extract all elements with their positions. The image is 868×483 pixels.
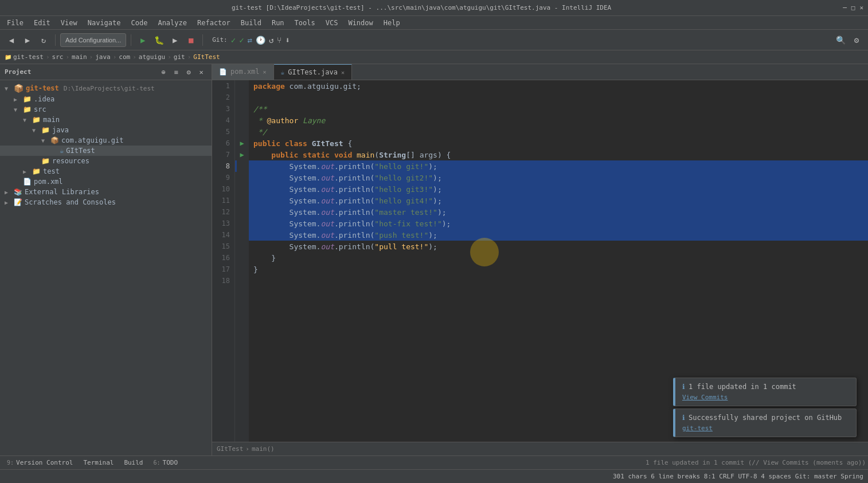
menu-analyze[interactable]: Analyze [153,18,191,28]
footer-note: 1 file updated in 1 commit (// View Comm… [646,459,866,466]
tree-label-resources: resources [52,157,89,165]
add-configuration-button[interactable]: Add Configuration... [60,33,126,47]
breadcrumb-atguigu-label: atguigu [139,53,165,61]
git-check-icon[interactable]: ✓ [231,36,236,45]
gittest-java-icon: ☕ [281,69,285,76]
git-pull-icon[interactable]: ⬇ [285,36,290,45]
line-num-12: 12 [212,206,234,218]
sidebar-item-pom[interactable]: ▶ 📄 pom.xml [0,176,212,187]
sidebar-item-resources[interactable]: ▶ 📁 resources [0,156,212,166]
notif-2-link[interactable]: git-test [682,425,713,432]
breadcrumb-java-label: java [95,53,111,61]
notif-1-link[interactable]: View Commits [682,394,728,401]
menu-navigate[interactable]: Navigate [83,18,126,28]
breadcrumb-src[interactable]: src [52,53,64,61]
src-folder-icon: 📁 [23,105,32,113]
version-control-tab[interactable]: 9: Version Control [2,458,77,468]
notif-1-title: ℹ 1 file updated in 1 commit [682,383,849,391]
breadcrumb-main-label: main [72,53,87,61]
menu-refactor[interactable]: Refactor [193,18,235,28]
menu-vcs[interactable]: VCS [321,18,343,28]
window-maximize[interactable]: □ [851,4,855,11]
window-close[interactable]: ✕ [859,4,863,11]
toolbar-search[interactable]: 🔍 [834,33,847,47]
menu-bar: File Edit View Navigate Code Analyze Ref… [0,16,868,30]
toolbar-run-with-coverage[interactable]: ▶ [168,33,182,47]
menu-run[interactable]: Run [267,18,289,28]
code-line-18 [249,275,868,286]
gutter-4 [235,115,249,126]
code-line-12: System. out .println( "master test!" ); [249,206,868,218]
tree-arrow-java: ▼ [32,127,39,133]
sidebar-item-git-test[interactable]: ▼ 📦 git-test D:\IdeaProjects\git-test [0,83,212,94]
breadcrumb-gittest[interactable]: GItTest [193,53,220,61]
gutter-16 [235,252,249,264]
sidebar-item-src[interactable]: ▼ 📁 src [0,104,212,115]
tab-pom-xml[interactable]: 📄 pom.xml ✕ [212,64,274,80]
menu-window[interactable]: Window [343,18,377,28]
sidebar-item-external-libs[interactable]: ▶ 📚 External Libraries [0,187,212,197]
sidebar-item-idea[interactable]: ▶ 📁 .idea [0,94,212,104]
sidebar-item-test[interactable]: ▶ 📁 test [0,166,212,176]
tab-gittest-close[interactable]: ✕ [341,69,345,76]
todo-tab[interactable]: 6: TODO [149,458,183,468]
build-label: Build [124,459,143,466]
sidebar-settings-btn[interactable]: ⚙ [183,66,194,78]
sidebar-locate-btn[interactable]: ⊕ [158,66,169,78]
git-clock-icon[interactable]: 🕐 [256,36,265,45]
notifications-panel: ℹ 1 file updated in 1 commit View Commit… [673,378,857,437]
line-num-9: 9 [212,172,234,183]
code-line-4: * @author Layne [249,115,868,126]
breadcrumb-java[interactable]: java [95,53,111,61]
git-sync-icon[interactable]: ⇄ [248,36,252,45]
toolbar-back[interactable]: ◀ [5,33,18,47]
terminal-tab[interactable]: Terminal [79,458,118,468]
menu-help[interactable]: Help [379,18,405,28]
sidebar-item-package[interactable]: ▼ 📦 com.atguigu.git [0,135,212,146]
gutter-3 [235,103,249,115]
tab-pom-close[interactable]: ✕ [263,69,267,75]
toolbar-stop[interactable]: ■ [184,33,198,47]
build-tab[interactable]: Build [119,458,147,468]
sidebar-item-gittest-file[interactable]: ▶ ☕ GItTest [0,146,212,156]
line-numbers: 1 2 3 4 5 6 7 8 9 10 11 12 13 14 15 16 1 [212,80,235,442]
toolbar-run[interactable]: ▶ [136,33,150,47]
toolbar-refresh[interactable]: ↻ [37,33,50,47]
git-branch-icon[interactable]: ⑂ [277,36,281,45]
breadcrumb-atguigu[interactable]: atguigu [139,53,165,61]
gutter-6[interactable]: ▶ [235,138,249,149]
editor-breadcrumb-method: main() [252,445,275,453]
ext-libs-icon: 📚 [14,188,22,196]
tab-gittest-java[interactable]: ☕ GItTest.java ✕ [274,64,352,80]
menu-build[interactable]: Build [236,18,266,28]
menu-view[interactable]: View [56,18,82,28]
line-num-2: 2 [212,92,234,103]
menu-file[interactable]: File [2,18,28,28]
tree-arrow-scratches: ▶ [5,199,11,206]
sidebar-collapse-btn[interactable]: ≡ [170,66,182,78]
run-arrow-6[interactable]: ▶ [240,139,244,147]
toolbar: ◀ ▶ ↻ Add Configuration... ▶ 🐛 ▶ ■ Git: … [0,30,868,50]
menu-edit[interactable]: Edit [29,18,55,28]
menu-code[interactable]: Code [127,18,153,28]
sidebar-item-main[interactable]: ▼ 📁 main [0,115,212,125]
run-arrow-7[interactable]: ▶ [240,151,244,159]
code-line-17: } [249,264,868,275]
menu-tools[interactable]: Tools [290,18,320,28]
breadcrumb-git[interactable]: git [174,53,185,61]
code-line-11: System. out .println( "hello git4!" ); [249,195,868,206]
sidebar-item-java[interactable]: ▼ 📁 java [0,125,212,135]
toolbar-forward[interactable]: ▶ [21,33,34,47]
breadcrumb-com[interactable]: com [119,53,130,61]
sidebar-close-btn[interactable]: ✕ [196,66,207,78]
git-rollback-icon[interactable]: ↺ [269,36,273,45]
git-check2-icon[interactable]: ✓ [239,36,244,45]
sidebar-item-scratches[interactable]: ▶ 📝 Scratches and Consoles [0,197,212,207]
breadcrumb-root[interactable]: 📁 git-test [5,53,44,61]
gutter-5 [235,126,249,138]
window-minimize[interactable]: ─ [843,4,847,11]
toolbar-debug[interactable]: 🐛 [152,33,166,47]
breadcrumb-main[interactable]: main [72,53,87,61]
toolbar-settings[interactable]: ⚙ [850,33,863,47]
gutter-7[interactable]: ▶ [235,149,249,160]
